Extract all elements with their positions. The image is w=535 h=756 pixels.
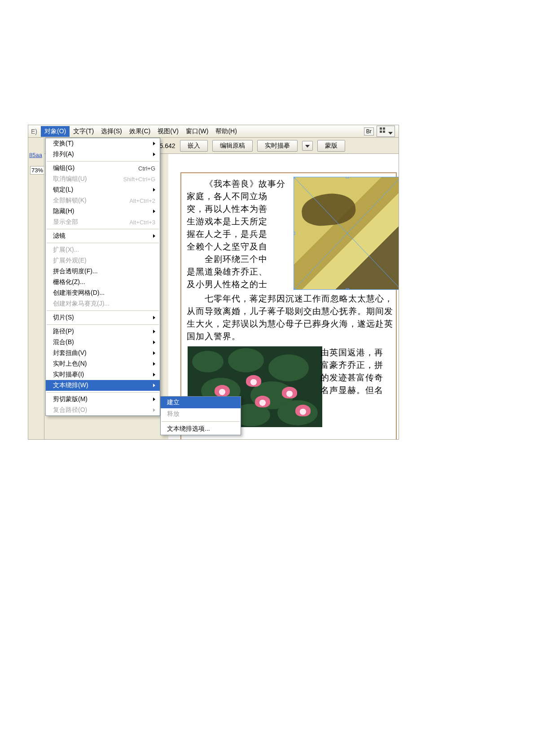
menu-item-label: 锁定(L) [53, 186, 150, 194]
menu-item: 取消编组(U)Shift+Ctrl+G [46, 174, 160, 184]
menu-item-label: 实时描摹(I) [53, 371, 150, 379]
menu-item[interactable]: 文本绕排(W) [46, 380, 160, 391]
menu-item[interactable]: 锁定(L) [46, 184, 160, 195]
submenu-arrow-icon [153, 351, 155, 355]
submenu-arrow-icon [153, 234, 155, 238]
menu-item-label: 封套扭曲(V) [53, 349, 150, 357]
menu-cut-left: E) [30, 127, 41, 136]
menu-item[interactable]: 拼合透明度(F)... [46, 266, 160, 277]
right-text: 由英国返港，再富豪齐乔正，拼的发迹甚富传奇名声显赫。但名 [320, 346, 399, 397]
svg-rect-0 [380, 127, 382, 130]
workspace-switcher[interactable] [377, 126, 395, 137]
text-line: 全赖个人之坚守及自 [187, 240, 285, 253]
submenu-arrow-icon [153, 384, 155, 387]
menu-item-label: 创建渐变网格(D)... [53, 289, 155, 297]
menu-item[interactable]: 编组(G)Ctrl+G [46, 163, 160, 174]
svg-rect-1 [383, 127, 385, 130]
svg-rect-3 [383, 131, 385, 133]
menu-select[interactable]: 选择(S) [97, 126, 126, 137]
menu-window[interactable]: 窗口(W) [182, 126, 212, 137]
grid-icon [379, 127, 387, 135]
menu-item-label: 实时上色(N) [53, 360, 150, 368]
submenu-arrow-icon [153, 330, 155, 333]
text-line: 生游戏本是上天所定 [187, 215, 285, 228]
zoom-readout[interactable]: 73% [30, 166, 44, 175]
text-line: 富豪齐乔正，拼 [320, 359, 399, 371]
menu-object[interactable]: 对象(O) [41, 126, 70, 137]
menu-type[interactable]: 文字(T) [70, 126, 97, 137]
menu-item-label: 变换(T) [53, 140, 150, 148]
menu-item-shortcut: Alt+Ctrl+3 [129, 219, 155, 226]
menu-item-shortcut: Shift+Ctrl+G [123, 176, 155, 183]
text-line: 是黑道枭雄齐乔正、 [187, 266, 285, 278]
menu-item-label: 路径(P) [53, 328, 150, 336]
menu-item-label: 栅格化(Z)... [53, 278, 155, 286]
chevron-down-icon [305, 145, 310, 148]
submenu-item[interactable]: 建立 [161, 397, 241, 408]
submenu-arrow-icon [153, 373, 155, 376]
menu-item[interactable]: 切片(S) [46, 312, 160, 323]
menu-view[interactable]: 视图(V) [154, 126, 182, 137]
file-tab[interactable]: 85aa [29, 152, 42, 158]
submenu-item: 释放 [161, 408, 241, 420]
live-trace-button[interactable]: 实时描摹 [257, 140, 298, 152]
menu-item: 显示全部Alt+Ctrl+3 [46, 217, 160, 227]
placed-image[interactable] [294, 177, 399, 290]
menu-item-label: 取消编组(U) [53, 175, 117, 183]
submenu-arrow-icon [153, 210, 155, 213]
svg-rect-2 [380, 131, 382, 133]
object-menu: 变换(T)排列(A)编组(G)Ctrl+G取消编组(U)Shift+Ctrl+G… [45, 138, 160, 416]
menu-item[interactable]: 封套扭曲(V) [46, 348, 160, 358]
menu-item[interactable]: 排列(A) [46, 149, 160, 160]
menu-item-label: 编组(G) [53, 164, 132, 172]
menu-item-label: 创建对象马赛克(J)... [53, 300, 155, 308]
menu-item-label: 文本绕排(W) [53, 381, 150, 389]
menu-item-label: 显示全部 [53, 218, 123, 226]
menu-item-label: 拼合透明度(F)... [53, 267, 155, 275]
menu-item: 创建对象马赛克(J)... [46, 298, 160, 309]
text-line: 家庭，各人不同立场 [187, 190, 285, 203]
menu-help[interactable]: 帮助(H) [212, 126, 240, 137]
submenu-arrow-icon [153, 316, 155, 319]
menu-item-shortcut: Ctrl+G [138, 165, 155, 172]
menu-item[interactable]: 实时描摹(I) [46, 369, 160, 380]
mask-button[interactable]: 蒙版 [317, 140, 345, 152]
text-line: 突，再以人性本为善 [187, 203, 285, 215]
text-line: 名声显赫。但名 [320, 384, 399, 397]
menu-item[interactable]: 变换(T) [46, 138, 160, 149]
menu-item[interactable]: 创建渐变网格(D)... [46, 288, 160, 298]
menu-item[interactable]: 隐藏(H) [46, 206, 160, 217]
text-line: 握在人之手，是兵是 [187, 228, 285, 240]
edit-original-button[interactable]: 编辑原稿 [212, 140, 253, 152]
left-strip: 85aa 73% [28, 138, 44, 439]
bridge-button[interactable]: Br [364, 127, 374, 135]
text-line: 及小男人性格之的士 [187, 278, 285, 291]
menu-item-label: 隐藏(H) [53, 207, 150, 215]
menu-item-label: 排列(A) [53, 150, 150, 158]
paragraph-2: 七零年代，蒋定邦因沉迷工作而忽略太太慧心，从而导致离婚，儿子蒋子聪则交由慧心抚养… [187, 293, 393, 343]
menu-item: 全部解锁(K)Alt+Ctrl+2 [46, 195, 160, 206]
menu-item: 复合路径(O) [46, 405, 160, 415]
menubar: E) 对象(O) 文字(T) 选择(S) 效果(C) 视图(V) 窗口(W) 帮… [28, 125, 399, 138]
menu-item-label: 剪切蒙版(M) [53, 395, 150, 403]
live-trace-dropdown[interactable] [302, 141, 313, 151]
submenu-arrow-icon [153, 188, 155, 192]
menu-item[interactable]: 栅格化(Z)... [46, 277, 160, 288]
menu-item-label: 滤镜 [53, 232, 150, 240]
menu-item[interactable]: 混合(B) [46, 337, 160, 348]
menu-item-shortcut: Alt+Ctrl+2 [129, 197, 155, 204]
menu-item[interactable]: 滤镜 [46, 231, 160, 241]
menu-effect[interactable]: 效果(C) [126, 126, 154, 137]
submenu-arrow-icon [153, 153, 155, 156]
menu-item-label: 扩展(X)... [53, 246, 155, 254]
embed-button[interactable]: 嵌入 [180, 140, 208, 152]
menu-item-label: 全部解锁(K) [53, 197, 123, 205]
menu-item[interactable]: 实时上色(N) [46, 358, 160, 369]
image-content [294, 177, 399, 290]
submenu-arrow-icon [153, 408, 155, 412]
submenu-arrow-icon [153, 362, 155, 366]
menu-item-label: 切片(S) [53, 314, 150, 322]
menu-item[interactable]: 路径(P) [46, 326, 160, 337]
submenu-item[interactable]: 文本绕排选项... [161, 423, 241, 435]
menu-item[interactable]: 剪切蒙版(M) [46, 394, 160, 405]
